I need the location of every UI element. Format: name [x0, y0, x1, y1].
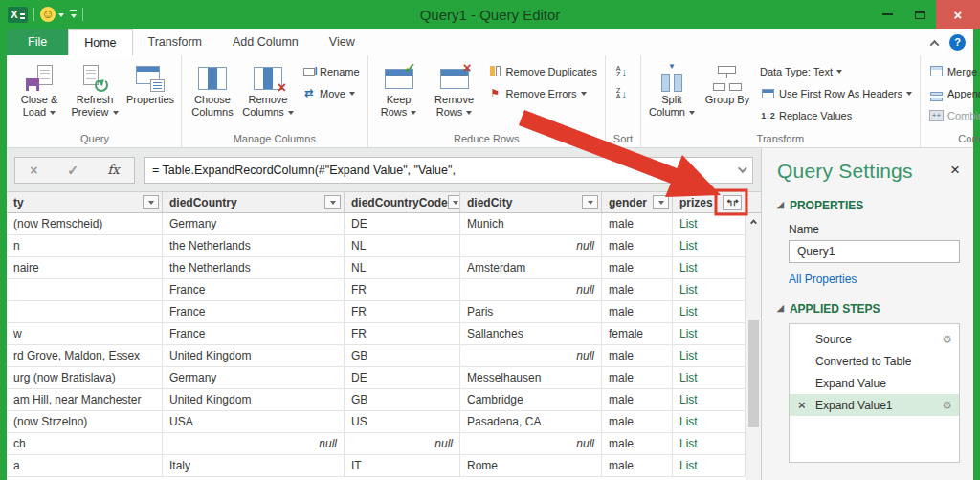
scrollbar-thumb[interactable]: [748, 320, 759, 427]
table-cell[interactable]: Munich: [460, 213, 602, 235]
table-cell[interactable]: naire: [7, 257, 163, 279]
column-header-diedcountry[interactable]: diedCountry: [163, 192, 345, 212]
rename-button[interactable]: IRename: [297, 61, 364, 81]
table-cell[interactable]: am Hill, near Manchester: [7, 389, 163, 411]
column-header-ty[interactable]: ty: [7, 192, 163, 212]
table-cell[interactable]: male: [602, 411, 673, 433]
list-link-cell[interactable]: List: [673, 235, 746, 257]
null-cell[interactable]: null: [460, 235, 602, 257]
query-name-input[interactable]: [789, 240, 960, 263]
table-cell[interactable]: male: [602, 235, 673, 257]
table-cell[interactable]: Germany: [163, 213, 345, 235]
list-link-cell[interactable]: List: [673, 279, 746, 301]
replace-values-button[interactable]: 1↓2Replace Values: [756, 105, 916, 125]
table-cell[interactable]: male: [602, 455, 673, 477]
fx-icon[interactable]: fx: [108, 163, 120, 177]
list-link-cell[interactable]: List: [673, 433, 746, 455]
table-cell[interactable]: n: [7, 235, 163, 257]
table-cell[interactable]: male: [602, 433, 673, 455]
table-cell[interactable]: a: [7, 455, 163, 477]
table-cell[interactable]: FR: [345, 279, 460, 301]
table-cell[interactable]: the Netherlands: [163, 235, 345, 257]
table-cell[interactable]: male: [602, 301, 673, 323]
step-settings-gear-icon[interactable]: ⚙: [942, 333, 952, 346]
applied-steps-section-header[interactable]: ◢ APPLIED STEPS: [777, 302, 960, 316]
tab-file[interactable]: File: [7, 29, 68, 55]
all-properties-link[interactable]: All Properties: [789, 273, 960, 286]
table-cell[interactable]: France: [163, 279, 345, 301]
remove-duplicates-button[interactable]: Remove Duplicates: [483, 61, 601, 81]
null-cell[interactable]: null: [460, 279, 602, 301]
vertical-scrollbar[interactable]: [746, 213, 761, 480]
table-cell[interactable]: female: [602, 323, 673, 345]
null-cell[interactable]: null: [460, 433, 602, 455]
table-cell[interactable]: US: [345, 411, 460, 433]
table-cell[interactable]: FR: [345, 323, 460, 345]
table-cell[interactable]: urg (now Bratislava): [7, 367, 163, 389]
applied-step-converted-to-table[interactable]: Converted to Table: [790, 350, 959, 372]
column-header-diedcity[interactable]: diedCity: [460, 192, 602, 212]
applied-step-expand-value[interactable]: Expand Value: [790, 372, 959, 394]
table-cell[interactable]: DE: [345, 213, 460, 235]
table-cell[interactable]: Messelhausen: [460, 367, 602, 389]
move-button[interactable]: ⇄Move: [297, 83, 364, 103]
formula-input[interactable]: = Table.ExpandRecordColumn(#"Expand Valu…: [144, 157, 753, 184]
table-cell[interactable]: [7, 279, 163, 301]
feedback-smiley-button[interactable]: ☺: [40, 7, 64, 22]
split-column-button[interactable]: ▼Split Column: [645, 57, 699, 126]
table-cell[interactable]: w: [7, 323, 163, 345]
table-cell[interactable]: ch: [7, 433, 163, 455]
table-cell[interactable]: FR: [345, 301, 460, 323]
cancel-formula-button[interactable]: ×: [30, 163, 37, 178]
use-first-row-as-headers-button[interactable]: Use First Row As Headers: [756, 83, 916, 103]
null-cell[interactable]: null: [163, 433, 345, 455]
table-cell[interactable]: USA: [163, 411, 345, 433]
table-cell[interactable]: IT: [345, 455, 460, 477]
properties-button[interactable]: Properties: [123, 57, 177, 126]
close-pane-icon[interactable]: ×: [950, 164, 960, 177]
table-cell[interactable]: France: [163, 301, 345, 323]
table-cell[interactable]: France: [163, 323, 345, 345]
remove-errors-button[interactable]: ⚑Remove Errors: [483, 83, 601, 103]
table-cell[interactable]: NL: [345, 257, 460, 279]
column-header-gender[interactable]: gender: [602, 192, 673, 212]
table-cell[interactable]: male: [602, 389, 673, 411]
table-cell[interactable]: DE: [345, 367, 460, 389]
table-cell[interactable]: NL: [345, 235, 460, 257]
table-cell[interactable]: GB: [345, 345, 460, 367]
filter-button[interactable]: [324, 195, 341, 209]
table-cell[interactable]: the Netherlands: [163, 257, 345, 279]
table-cell[interactable]: male: [602, 257, 673, 279]
close-button[interactable]: ×: [936, 0, 980, 29]
keep-rows-button[interactable]: ✓Keep Rows: [372, 57, 426, 126]
help-button[interactable]: ?: [949, 34, 966, 51]
table-cell[interactable]: male: [602, 345, 673, 367]
column-header-prizes[interactable]: prizes↰↱: [673, 192, 746, 212]
list-link-cell[interactable]: List: [673, 213, 746, 235]
null-cell[interactable]: null: [460, 345, 602, 367]
table-cell[interactable]: Sallanches: [460, 323, 602, 345]
table-cell[interactable]: Cambridge: [460, 389, 602, 411]
remove-columns-button[interactable]: ×Remove Columns: [241, 57, 295, 126]
table-cell[interactable]: Pasadena, CA: [460, 411, 602, 433]
null-cell[interactable]: null: [345, 433, 460, 455]
table-cell[interactable]: Rome: [460, 455, 602, 477]
table-cell[interactable]: Germany: [163, 367, 345, 389]
list-link-cell[interactable]: List: [673, 367, 746, 389]
filter-button[interactable]: [653, 195, 669, 209]
table-cell[interactable]: (now Strzelno): [7, 411, 163, 433]
table-cell[interactable]: (now Remscheid): [7, 213, 163, 235]
refresh-preview-button[interactable]: Refresh Preview: [68, 57, 122, 126]
confirm-formula-button[interactable]: ✓: [67, 163, 78, 178]
table-cell[interactable]: GB: [345, 389, 460, 411]
applied-step-expand-value1[interactable]: ×Expand Value1⚙: [790, 394, 959, 416]
table-cell[interactable]: male: [602, 213, 673, 235]
table-cell[interactable]: male: [602, 279, 673, 301]
table-cell[interactable]: United Kingdom: [163, 345, 345, 367]
properties-section-header[interactable]: ◢ PROPERTIES: [777, 199, 960, 212]
table-cell[interactable]: Amsterdam: [460, 257, 602, 279]
filter-button[interactable]: [448, 195, 460, 209]
remove-rows-button[interactable]: ×Remove Rows: [428, 57, 481, 126]
group-by-button[interactable]: Group By: [701, 57, 754, 126]
append-queries-button[interactable]: Append Queries: [924, 83, 980, 103]
